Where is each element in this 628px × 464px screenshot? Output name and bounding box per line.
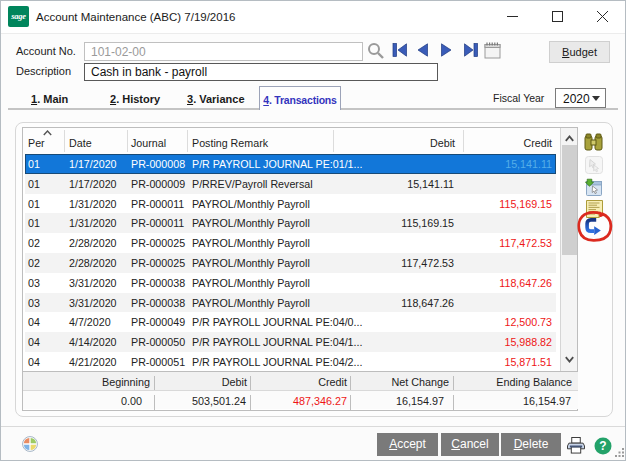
svg-text:?: ? (599, 439, 606, 453)
